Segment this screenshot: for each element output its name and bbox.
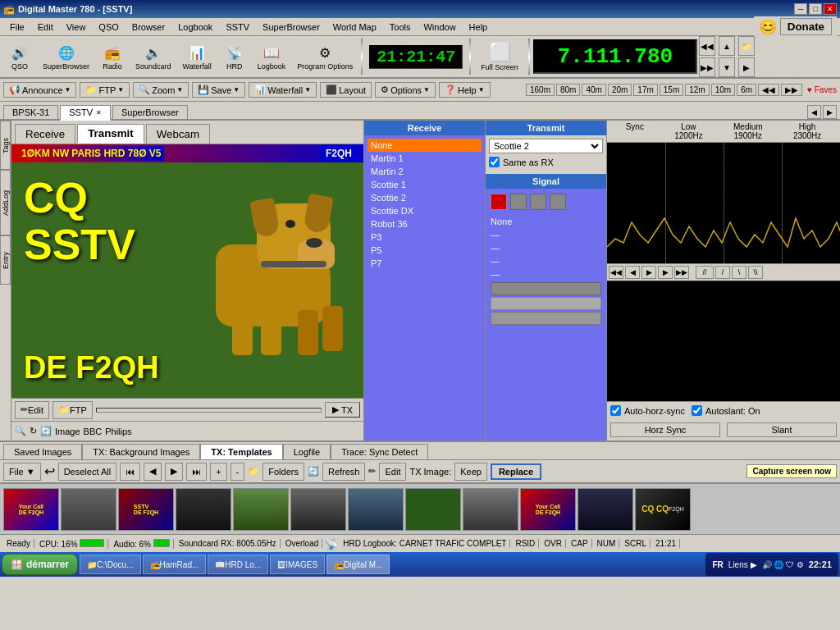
radio-button[interactable]: 📻 Radio: [96, 41, 129, 72]
band-prev[interactable]: ◀◀: [758, 84, 779, 96]
keep-button[interactable]: Keep: [454, 463, 487, 481]
waterfall-button[interactable]: 📊 Waterfall: [178, 41, 217, 72]
band-80m[interactable]: 80m: [556, 84, 580, 96]
menu-logbook[interactable]: Logbook: [171, 21, 219, 34]
qso-button[interactable]: 🔊 QSO: [3, 41, 36, 72]
minimize-button[interactable]: ─: [794, 3, 807, 15]
soundcard-button[interactable]: 🔈 Soundcard: [130, 41, 176, 72]
spec-backslash2[interactable]: \\: [748, 266, 763, 279]
nav-prev-button[interactable]: ◀: [144, 463, 162, 481]
transmit-mode-select[interactable]: Scottie 2 Scottie 1 Martin 1 Martin 2: [491, 140, 601, 152]
tags-tab[interactable]: Tags: [0, 121, 11, 170]
sstv-ftp-button[interactable]: 📁 FTP: [52, 401, 93, 419]
thumb-7[interactable]: [348, 488, 404, 531]
receive-robot36[interactable]: Robot 36: [368, 217, 482, 231]
thumb-12[interactable]: CQ CQ F2QH: [635, 488, 691, 531]
deselect-all-button[interactable]: Deselect All: [58, 463, 116, 481]
sstv-transmit-tab[interactable]: Transmit: [77, 124, 144, 144]
band-next[interactable]: ▶▶: [781, 84, 802, 96]
tab-scroll-left[interactable]: ◀: [807, 105, 821, 119]
donate-button[interactable]: Donate: [780, 18, 832, 35]
band-10m[interactable]: 10m: [711, 84, 735, 96]
announce-button[interactable]: 📢 Announce ▼: [3, 82, 76, 98]
layout-button[interactable]: ⬛ Layout: [320, 82, 372, 98]
hrd-button[interactable]: 📡 HRD: [218, 41, 251, 72]
refresh-button[interactable]: Refresh: [322, 463, 366, 481]
programoptions-button[interactable]: ⚙ Program Options: [292, 41, 358, 72]
spec-prev[interactable]: ◀: [625, 266, 640, 279]
freq-bookmark-button[interactable]: 📁: [738, 36, 755, 56]
menu-qso[interactable]: QSO: [92, 21, 125, 34]
freq-fwd-button[interactable]: ▶: [738, 57, 755, 77]
ftp-button[interactable]: 📁 FTP ▼: [80, 82, 130, 98]
spec-first[interactable]: ◀◀: [609, 266, 623, 279]
spec-play[interactable]: ▶: [641, 266, 656, 279]
taskbar-item-5[interactable]: 📻 Digital M...: [326, 555, 390, 574]
menu-browser[interactable]: Browser: [126, 21, 171, 34]
thumb-3[interactable]: SSTVDE F2QH: [118, 488, 174, 531]
receive-martin1[interactable]: Martin 1: [368, 152, 482, 165]
receive-scottiedx[interactable]: Scottie DX: [368, 204, 482, 217]
receive-p5[interactable]: P5: [368, 244, 482, 257]
options-button[interactable]: ⚙ Options ▼: [375, 82, 436, 98]
thumb-8[interactable]: [405, 488, 461, 531]
sstv-receive-tab[interactable]: Receive: [15, 124, 75, 144]
spec-next[interactable]: ▶: [658, 266, 673, 279]
nav-last-button[interactable]: ⏭: [186, 463, 207, 481]
deselect-icon[interactable]: ↩: [44, 463, 55, 479]
spec-slash1[interactable]: //: [696, 266, 714, 279]
add-button[interactable]: +: [210, 463, 226, 481]
receive-scottie1[interactable]: Scottie 1: [368, 178, 482, 191]
sstv-edit-button[interactable]: ✏ Edit: [15, 401, 49, 419]
taskbar-item-3[interactable]: 📖 HRD Lo...: [208, 555, 268, 574]
same-as-rx-input[interactable]: [489, 157, 500, 167]
menu-tools[interactable]: Tools: [383, 21, 418, 34]
menu-edit[interactable]: Edit: [31, 21, 60, 34]
autoslant-checkbox[interactable]: [692, 405, 702, 416]
sstv-webcam-tab[interactable]: Webcam: [146, 124, 210, 144]
freq-next-button[interactable]: ▶▶: [699, 57, 715, 77]
spec-slash2[interactable]: /: [715, 266, 730, 279]
tx-bg-images-tab[interactable]: TX: Background Images: [82, 444, 200, 459]
taskbar-item-2[interactable]: 📻 HamRad...: [143, 555, 207, 574]
menu-window[interactable]: Window: [417, 21, 462, 34]
transmit-mode-dropdown[interactable]: Scottie 2 Scottie 1 Martin 1 Martin 2: [489, 139, 603, 153]
horz-sync-button[interactable]: Horz Sync: [610, 422, 720, 437]
tab-sstv[interactable]: SSTV ✕: [60, 105, 111, 121]
folders-button[interactable]: Folders: [262, 463, 304, 481]
menu-sstv[interactable]: SSTV: [219, 21, 256, 34]
freq-prev-button[interactable]: ◀◀: [699, 36, 715, 56]
faves-button[interactable]: ♥ Faves: [807, 85, 837, 94]
edit2-button[interactable]: Edit: [379, 463, 406, 481]
tab-sstv-close[interactable]: ✕: [96, 109, 102, 116]
addlog-tab[interactable]: AddLog: [0, 170, 11, 235]
receive-p7[interactable]: P7: [368, 257, 482, 270]
thumb-4[interactable]: [176, 488, 231, 531]
slant-button[interactable]: Slant: [727, 422, 837, 437]
start-button[interactable]: 🪟 démarrer: [2, 554, 78, 575]
thumb-10[interactable]: Your CallDE F2QH: [520, 488, 576, 531]
receive-martin2[interactable]: Martin 2: [368, 165, 482, 178]
sstv-tx-button[interactable]: ▶ TX: [325, 402, 360, 418]
tab-scroll-right[interactable]: ▶: [823, 105, 837, 119]
superbrowser-button[interactable]: 🌐 SuperBrowser: [38, 41, 94, 72]
menu-view[interactable]: View: [60, 21, 93, 34]
file-button[interactable]: File ▼: [3, 463, 41, 481]
trace-tab[interactable]: Trace: Sync Detect: [331, 444, 428, 459]
help2-button[interactable]: ❓ Help ▼: [439, 82, 491, 98]
capture-button[interactable]: Capture screen now: [746, 464, 837, 478]
freq-up-button[interactable]: ▲: [719, 36, 735, 56]
band-17m[interactable]: 17m: [633, 84, 657, 96]
band-12m[interactable]: 12m: [685, 84, 709, 96]
thumb-1[interactable]: Your CallDE F2QH: [3, 488, 59, 531]
taskbar-item-1[interactable]: 📁 C:\Docu...: [80, 555, 140, 574]
freq-down-button[interactable]: ▼: [719, 57, 735, 77]
thumb-9[interactable]: [463, 488, 518, 531]
save-button[interactable]: 💾 Save ▼: [192, 82, 245, 98]
band-6m[interactable]: 6m: [737, 84, 756, 96]
thumb-6[interactable]: [290, 488, 346, 531]
nav-play-button[interactable]: ▶: [165, 463, 183, 481]
tab-superbrowser[interactable]: SuperBrowser: [112, 105, 188, 119]
replace-button[interactable]: Replace: [491, 463, 541, 480]
logbook-button[interactable]: 📖 Logbook: [253, 41, 291, 72]
